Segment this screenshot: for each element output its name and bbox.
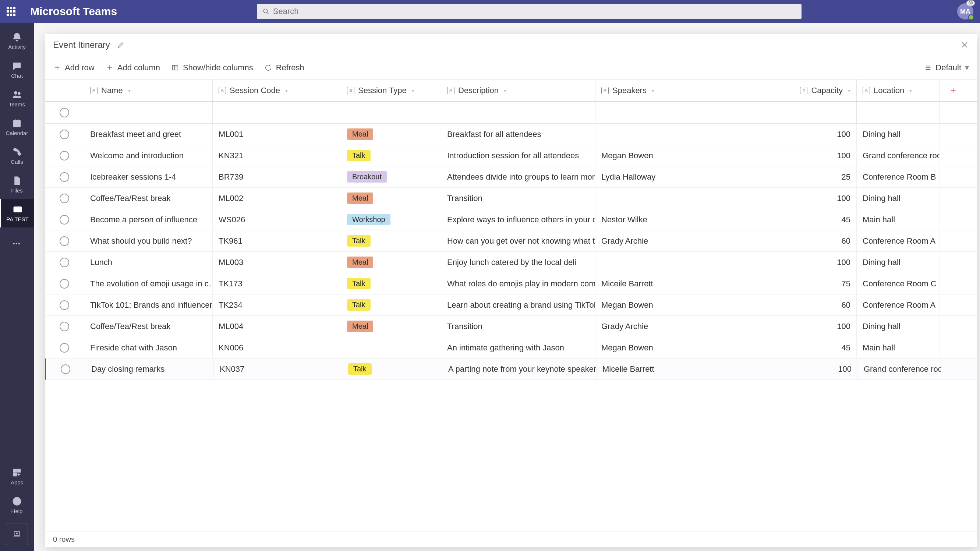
header-name[interactable]: AName▾ — [84, 80, 213, 101]
cell-speakers[interactable] — [595, 188, 727, 209]
cell-location[interactable]: Grand conference room — [858, 358, 941, 379]
cell-capacity[interactable]: 100 — [727, 124, 857, 145]
header-description[interactable]: ADescription▾ — [441, 80, 595, 101]
row-select[interactable] — [45, 295, 84, 315]
row-select[interactable] — [45, 209, 84, 230]
cell-code[interactable]: KN321 — [213, 145, 341, 166]
cell-type[interactable]: Meal — [341, 316, 441, 337]
cell-speakers[interactable]: Grady Archie — [595, 231, 727, 252]
row-select[interactable] — [45, 316, 84, 337]
cell-code[interactable]: KN037 — [214, 358, 342, 379]
rail-patest[interactable]: PA TEST — [0, 199, 34, 228]
cell-type[interactable]: Meal — [341, 188, 441, 209]
cell-description[interactable]: Learn about creating a brand using TikTo… — [441, 295, 595, 315]
cell-location[interactable]: Dining hall — [857, 252, 940, 273]
row-select[interactable] — [45, 166, 84, 187]
cell-type[interactable]: Talk — [341, 273, 441, 294]
cell-description[interactable]: A parting note from your keynote speaker — [442, 358, 597, 379]
cell-name[interactable]: Coffee/Tea/Rest break — [84, 188, 213, 209]
cell-name[interactable]: Become a person of influence — [84, 209, 213, 230]
cell-capacity[interactable]: 60 — [727, 295, 857, 315]
row-select[interactable] — [45, 252, 84, 273]
cell-capacity[interactable]: 100 — [728, 358, 858, 379]
cell-location[interactable]: Dining hall — [857, 124, 940, 145]
header-speakers[interactable]: ASpeakers▾ — [595, 80, 727, 101]
cell-description[interactable]: Enjoy lunch catered by the local deli — [441, 252, 595, 273]
cell-description[interactable]: Explore ways to influence others in your… — [441, 209, 595, 230]
rail-calendar[interactable]: Calendar — [0, 113, 34, 141]
cell-location[interactable]: Conference Room A — [857, 231, 940, 252]
cell-capacity[interactable]: 100 — [727, 188, 857, 209]
user-avatar[interactable]: 80 MA — [957, 3, 974, 19]
cell-speakers[interactable]: Megan Bowen — [595, 145, 727, 166]
table-row[interactable]: Breakfast meet and greet ML001 Meal Brea… — [45, 124, 977, 145]
cell-type[interactable]: Talk — [342, 358, 442, 379]
cell-speakers[interactable]: Miceile Barrett — [597, 358, 728, 379]
add-column-button[interactable]: Add column — [106, 63, 160, 73]
row-select[interactable] — [45, 188, 84, 209]
app-launcher-icon[interactable] — [6, 7, 16, 16]
row-select[interactable] — [46, 358, 85, 379]
cell-type[interactable]: Talk — [341, 295, 441, 315]
cell-capacity[interactable]: 75 — [727, 273, 857, 294]
cell-description[interactable]: Breakfast for all attendees — [441, 124, 595, 145]
cell-location[interactable]: Dining hall — [857, 316, 940, 337]
cell-name[interactable]: Coffee/Tea/Rest break — [84, 316, 213, 337]
rail-help[interactable]: Help — [0, 490, 34, 519]
cell-description[interactable]: An intimate gathering with Jason — [441, 337, 595, 358]
cell-type[interactable]: Meal — [341, 252, 441, 273]
cell-location[interactable]: Main hall — [857, 337, 940, 358]
cell-description[interactable]: Introduction session for all attendees — [441, 145, 595, 166]
cell-capacity[interactable]: 25 — [727, 166, 857, 187]
cell-name[interactable]: Lunch — [84, 252, 213, 273]
cell-speakers[interactable] — [595, 252, 727, 273]
cell-type[interactable]: Talk — [341, 145, 441, 166]
add-column-header[interactable] — [940, 80, 966, 101]
cell-speakers[interactable]: Miceile Barrett — [595, 273, 727, 294]
rail-activity[interactable]: Activity — [0, 27, 34, 55]
cell-capacity[interactable]: 100 — [727, 316, 857, 337]
data-grid[interactable]: AName▾ ASession Code▾ ≡Session Type▾ ADe… — [45, 80, 977, 531]
row-select[interactable] — [45, 273, 84, 294]
rail-calls[interactable]: Calls — [0, 141, 34, 170]
cell-description[interactable]: How can you get over not knowing what t… — [441, 231, 595, 252]
header-location[interactable]: ALocation▾ — [857, 80, 940, 101]
cell-code[interactable]: ML003 — [213, 252, 341, 273]
cell-name[interactable]: Day closing remarks — [85, 358, 214, 379]
header-session-type[interactable]: ≡Session Type▾ — [341, 80, 441, 101]
cell-type[interactable]: Workshop — [341, 209, 441, 230]
cell-name[interactable]: What should you build next? — [84, 231, 213, 252]
cell-description[interactable]: Attendees divide into groups to learn mo… — [441, 166, 595, 187]
cell-capacity[interactable]: 45 — [727, 337, 857, 358]
row-select[interactable] — [45, 124, 84, 145]
table-row[interactable]: TikTok 101: Brands and influencers TK234… — [45, 295, 977, 316]
cell-name[interactable]: The evolution of emoji usage in c… — [84, 273, 213, 294]
cell-name[interactable]: TikTok 101: Brands and influencers — [84, 295, 213, 315]
cell-capacity[interactable]: 60 — [727, 231, 857, 252]
cell-code[interactable]: WS026 — [213, 209, 341, 230]
header-capacity[interactable]: #Capacity▾ — [727, 80, 857, 101]
edit-title-icon[interactable] — [117, 41, 125, 49]
cell-code[interactable]: ML004 — [213, 316, 341, 337]
cell-description[interactable]: What roles do emojis play in modern com… — [441, 273, 595, 294]
cell-location[interactable]: Conference Room A — [857, 295, 940, 315]
header-session-code[interactable]: ASession Code▾ — [213, 80, 341, 101]
download-app-button[interactable] — [6, 523, 28, 545]
cell-type[interactable]: Meal — [341, 124, 441, 145]
cell-location[interactable]: Grand conference room — [857, 145, 940, 166]
cell-location[interactable]: Dining hall — [857, 188, 940, 209]
table-row[interactable]: Become a person of influence WS026 Works… — [45, 209, 977, 231]
cell-code[interactable]: ML001 — [213, 124, 341, 145]
cell-speakers[interactable]: Megan Bowen — [595, 295, 727, 315]
cell-name[interactable]: Icebreaker sessions 1-4 — [84, 166, 213, 187]
rail-files[interactable]: Files — [0, 170, 34, 199]
cell-speakers[interactable]: Grady Archie — [595, 316, 727, 337]
table-row[interactable]: The evolution of emoji usage in c… TK173… — [45, 273, 977, 295]
table-row[interactable]: Coffee/Tea/Rest break ML002 Meal Transit… — [45, 188, 977, 209]
cell-code[interactable]: KN006 — [213, 337, 341, 358]
rail-more-button[interactable]: ••• — [0, 229, 34, 258]
cell-capacity[interactable]: 45 — [727, 209, 857, 230]
row-select[interactable] — [45, 145, 84, 166]
cell-speakers[interactable]: Nestor Wilke — [595, 209, 727, 230]
cell-description[interactable]: Transition — [441, 188, 595, 209]
